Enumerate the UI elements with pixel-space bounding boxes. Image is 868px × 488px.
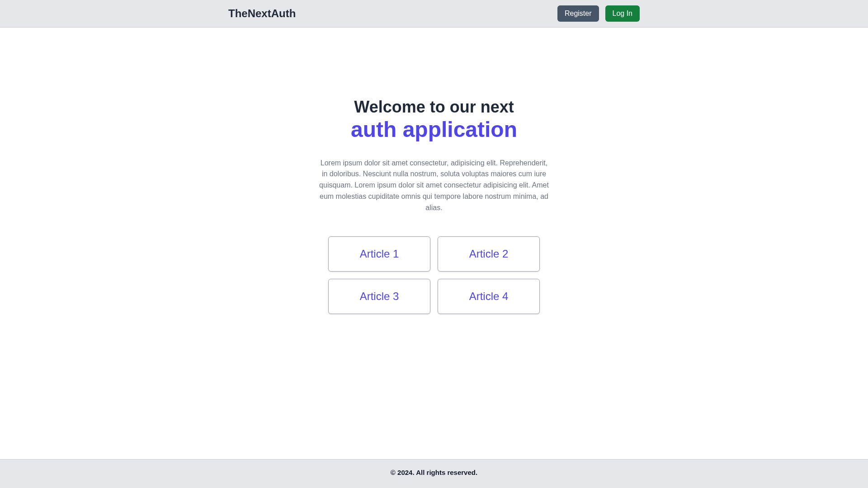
article-card-3[interactable]: Article 3 — [328, 279, 430, 314]
register-button[interactable]: Register — [557, 5, 599, 22]
header: TheNextAuth Register Log In — [0, 0, 868, 28]
article-card-1[interactable]: Article 1 — [328, 236, 430, 272]
header-inner: TheNextAuth Register Log In — [228, 5, 640, 22]
articles-grid: Article 1 Article 2 Article 3 Article 4 — [328, 236, 540, 314]
footer: © 2024. All rights reserved. — [0, 459, 868, 488]
hero-title: Welcome to our next auth application — [351, 98, 517, 142]
brand-title[interactable]: TheNextAuth — [228, 7, 296, 20]
footer-text: © 2024. All rights reserved. — [391, 469, 477, 476]
hero-title-line1: Welcome to our next — [351, 98, 517, 116]
nav-buttons: Register Log In — [557, 5, 640, 22]
hero-title-line2: auth application — [351, 117, 517, 142]
main-content: Welcome to our next auth application Lor… — [0, 28, 868, 459]
hero-description: Lorem ipsum dolor sit amet consectetur, … — [319, 158, 549, 214]
article-card-4[interactable]: Article 4 — [438, 279, 540, 314]
login-button[interactable]: Log In — [605, 5, 640, 22]
article-card-2[interactable]: Article 2 — [438, 236, 540, 272]
